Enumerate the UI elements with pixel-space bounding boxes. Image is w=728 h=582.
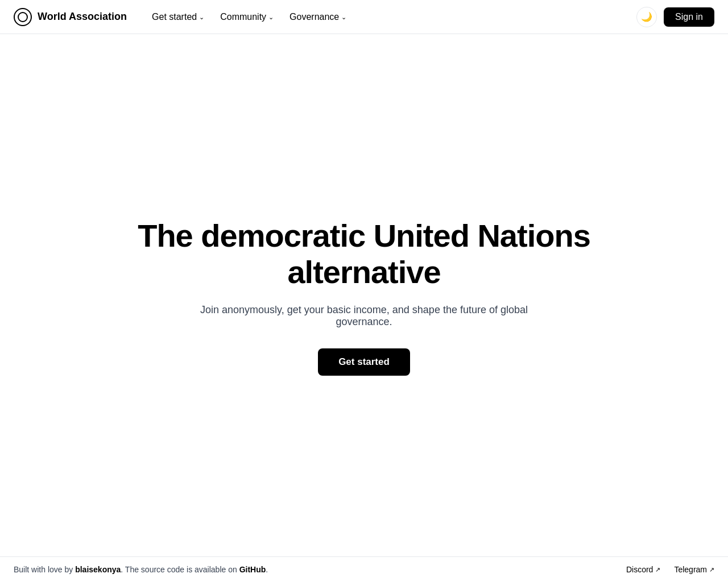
hero-subtitle: Join anonymously, get your basic income,… bbox=[193, 304, 535, 328]
brand-name: World Association bbox=[38, 11, 127, 23]
footer: Built with love by blaisekonya. The sour… bbox=[0, 556, 728, 582]
nav-community-label: Community bbox=[220, 12, 266, 22]
nav-governance[interactable]: Governance ⌄ bbox=[283, 7, 353, 27]
footer-links: Discord ↗ Telegram ↗ bbox=[626, 565, 714, 574]
nav-links: Get started ⌄ Community ⌄ Governance ⌄ bbox=[145, 7, 636, 27]
telegram-external-icon: ↗ bbox=[709, 566, 714, 573]
brand-logo[interactable]: World Association bbox=[14, 8, 127, 26]
footer-github-link[interactable]: GitHub bbox=[239, 565, 266, 574]
nav-get-started[interactable]: Get started ⌄ bbox=[145, 7, 211, 27]
footer-author: blaisekonya bbox=[75, 565, 121, 574]
sign-in-button[interactable]: Sign in bbox=[664, 7, 714, 27]
footer-discord-link[interactable]: Discord ↗ bbox=[626, 565, 660, 574]
footer-github-suffix: . bbox=[266, 565, 268, 574]
footer-telegram-label: Telegram bbox=[674, 565, 707, 574]
hero-cta-button[interactable]: Get started bbox=[318, 348, 410, 376]
nav-get-started-label: Get started bbox=[152, 12, 197, 22]
hero-section: The democratic United Nations alternativ… bbox=[0, 34, 728, 582]
community-chevron-icon: ⌄ bbox=[268, 14, 274, 21]
nav-actions: 🌙 Sign in bbox=[636, 7, 714, 27]
nav-community[interactable]: Community ⌄ bbox=[213, 7, 280, 27]
hero-title: The democratic United Nations alternativ… bbox=[108, 218, 620, 291]
logo-icon bbox=[14, 8, 32, 26]
footer-built-by-prefix: Built with love by bbox=[14, 565, 75, 574]
footer-source-text: . The source code is available on bbox=[121, 565, 239, 574]
navbar: World Association Get started ⌄ Communit… bbox=[0, 0, 728, 34]
nav-governance-label: Governance bbox=[289, 12, 339, 22]
moon-icon: 🌙 bbox=[641, 11, 652, 22]
footer-telegram-link[interactable]: Telegram ↗ bbox=[674, 565, 714, 574]
footer-discord-label: Discord bbox=[626, 565, 653, 574]
governance-chevron-icon: ⌄ bbox=[341, 14, 346, 21]
discord-external-icon: ↗ bbox=[655, 566, 660, 573]
get-started-chevron-icon: ⌄ bbox=[199, 14, 204, 21]
footer-credits: Built with love by blaisekonya. The sour… bbox=[14, 565, 626, 574]
dark-mode-toggle[interactable]: 🌙 bbox=[636, 7, 657, 27]
main-content: The democratic United Nations alternativ… bbox=[0, 0, 728, 582]
footer-github-label: GitHub bbox=[239, 565, 266, 574]
footer-author-link[interactable]: blaisekonya bbox=[75, 565, 121, 574]
